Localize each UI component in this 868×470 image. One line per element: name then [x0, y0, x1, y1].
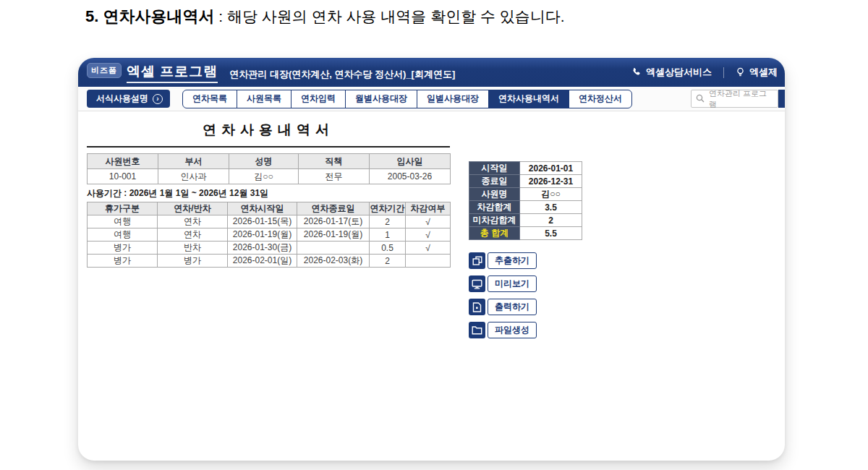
nav-row: 서식사용설명 › 연차목록 사원목록 연차입력 월별사용대장 일별사용대장 연차… [78, 87, 785, 111]
summary-value: 2026-01-01 [520, 162, 582, 175]
bulb-icon [736, 67, 745, 77]
table-cell: 2026-01-30(금) [228, 242, 297, 255]
summary-total-label: 총 합계 [469, 227, 520, 240]
summary-row: 미차감합계 2 [469, 214, 582, 227]
summary-row: 총 합계 5.5 [469, 227, 582, 240]
table-cell: 연차 [158, 228, 228, 242]
column-header: 연차종료일 [297, 202, 370, 215]
tab-bar: 연차목록 사원목록 연차입력 월별사용대장 일별사용대장 연차사용내역서 연차정… [182, 90, 632, 108]
tab-employee-list[interactable]: 사원목록 [237, 90, 291, 108]
main-content: 연차사용내역서 사원번호 부서 성명 직책 입사일 10-001 인사과 김○○ [78, 121, 785, 268]
summary-value: 2026-12-31 [520, 175, 582, 188]
table-cell: 2026-01-15(목) [228, 215, 297, 228]
usage-period-label: 사용기간 : 2026년 1월 1일 ~ 2026년 12월 31일 [87, 187, 450, 200]
bizform-logo: 비즈폼 [87, 63, 122, 78]
tab-monthly-ledger[interactable]: 월별사용대장 [345, 90, 417, 108]
table-cell: 2026-01-17(토) [297, 215, 370, 228]
usage-row: 병가 반차 2026-01-30(금) 0.5 √ [88, 242, 451, 255]
column-header: 연차시작일 [228, 202, 297, 215]
tab-leave-list[interactable]: 연차목록 [183, 90, 237, 108]
page-heading: 5. 연차사용내역서 : 해당 사원의 연차 사용 내역을 확인할 수 있습니다… [85, 6, 565, 27]
search-input[interactable]: 연차관리 프로그램 [691, 90, 778, 108]
table-cell: √ [406, 242, 451, 255]
table-cell: 0.5 [370, 242, 406, 255]
excel-link[interactable]: 엑셀제 [736, 66, 778, 79]
table-cell: 인사과 [158, 169, 229, 184]
table-cell: 2026-02-01(일) [228, 255, 297, 268]
summary-label: 차감합계 [469, 201, 520, 214]
summary-label: 종료일 [469, 175, 520, 188]
search-placeholder: 연차관리 프로그램 [709, 88, 773, 110]
file-create-icon [469, 322, 485, 338]
summary-value: 김○○ [520, 188, 582, 201]
app-header: 비즈폼 엑셀 프로그램 연차관리 대장(연차계산, 연차수당 정산서)_[회계연… [78, 58, 785, 87]
report-column: 연차사용내역서 사원번호 부서 성명 직책 입사일 10-001 인사과 김○○ [87, 121, 450, 268]
table-cell: 2026-02-03(화) [297, 255, 370, 268]
table-cell: 여행 [88, 228, 158, 242]
table-cell: 반차 [158, 242, 228, 255]
file-create-button[interactable]: 파일생성 [469, 322, 584, 338]
print-button[interactable]: 출력하기 [469, 299, 584, 315]
guide-button[interactable]: 서식사용설명 › [87, 90, 170, 108]
guide-button-label: 서식사용설명 [96, 93, 148, 105]
summary-row: 종료일 2026-12-31 [469, 175, 582, 188]
table-cell: 전무 [299, 169, 370, 184]
usage-row: 여행 연차 2026-01-19(월) 2026-01-19(월) 1 √ [88, 228, 451, 242]
column-header: 성명 [229, 154, 299, 169]
summary-row: 시작일 2026-01-01 [469, 162, 582, 175]
column-header: 직책 [299, 154, 370, 169]
search-area: 연차관리 프로그램 [691, 90, 785, 108]
print-icon [469, 299, 485, 315]
table-cell: √ [406, 228, 451, 242]
usage-row: 병가 병가 2026-02-01(일) 2026-02-03(화) 2 [88, 255, 451, 268]
employee-header-row: 사원번호 부서 성명 직책 입사일 [88, 154, 451, 169]
usage-row: 여행 연차 2026-01-15(목) 2026-01-17(토) 2 √ [88, 215, 451, 228]
search-button[interactable] [778, 90, 785, 108]
table-cell: 2026-01-19(월) [228, 228, 297, 242]
extract-icon [469, 252, 485, 269]
table-cell [406, 255, 451, 268]
excel-link-label: 엑셀제 [749, 66, 778, 79]
phone-icon [631, 67, 642, 77]
header-links: 엑셀상담서비스 엑셀제 [631, 66, 778, 79]
tab-leave-input[interactable]: 연차입력 [291, 90, 345, 108]
table-cell: 여행 [88, 215, 158, 228]
table-cell [297, 242, 370, 255]
summary-label: 미차감합계 [469, 214, 520, 227]
preview-icon [469, 275, 485, 292]
summary-column: 시작일 2026-01-01 종료일 2026-12-31 사원명 김○○ 차감… [469, 161, 584, 338]
column-header: 차감여부 [406, 202, 451, 215]
print-button-label: 출력하기 [488, 299, 537, 315]
employee-table: 사원번호 부서 성명 직책 입사일 10-001 인사과 김○○ 전무 2005… [87, 153, 451, 184]
tab-daily-ledger[interactable]: 일별사용대장 [417, 90, 488, 108]
usage-table: 휴가구분 연차/반차 연차시작일 연차종료일 연차기간 차감여부 여행 연차 2… [87, 202, 451, 268]
table-cell: 병가 [88, 242, 158, 255]
preview-button[interactable]: 미리보기 [469, 275, 584, 292]
summary-row: 사원명 김○○ [469, 188, 582, 201]
summary-row: 차감합계 3.5 [469, 201, 582, 214]
table-cell: 10-001 [88, 169, 158, 184]
column-header: 부서 [158, 154, 229, 169]
tab-usage-report[interactable]: 연차사용내역서 [488, 90, 569, 108]
extract-button[interactable]: 추출하기 [469, 252, 584, 269]
consult-service-link[interactable]: 엑셀상담서비스 [631, 66, 712, 79]
consult-service-label: 엑셀상담서비스 [646, 66, 712, 79]
action-buttons: 추출하기 미리보기 출력하기 [469, 252, 584, 338]
table-cell: 김○○ [229, 169, 299, 184]
table-cell: 2 [370, 255, 406, 268]
app-subtitle: 연차관리 대장(연차계산, 연차수당 정산서)_[회계연도] [229, 68, 455, 81]
document-title: 연차사용내역서 [87, 121, 450, 148]
column-header: 휴가구분 [88, 202, 158, 215]
table-cell: 2 [370, 215, 406, 228]
arrow-circle-icon: › [153, 94, 163, 104]
column-header: 입사일 [370, 154, 451, 169]
column-header: 사원번호 [88, 154, 158, 169]
employee-data-row: 10-001 인사과 김○○ 전무 2005-03-26 [88, 169, 451, 184]
tab-settlement[interactable]: 연차정산서 [569, 90, 631, 108]
summary-label: 사원명 [469, 188, 520, 201]
table-cell: 2026-01-19(월) [297, 228, 370, 242]
extract-button-label: 추출하기 [488, 252, 537, 269]
table-cell: 1 [370, 228, 406, 242]
summary-table: 시작일 2026-01-01 종료일 2026-12-31 사원명 김○○ 차감… [469, 161, 582, 240]
page-heading-desc: : 해당 사원의 연차 사용 내역을 확인할 수 있습니다. [214, 8, 564, 25]
